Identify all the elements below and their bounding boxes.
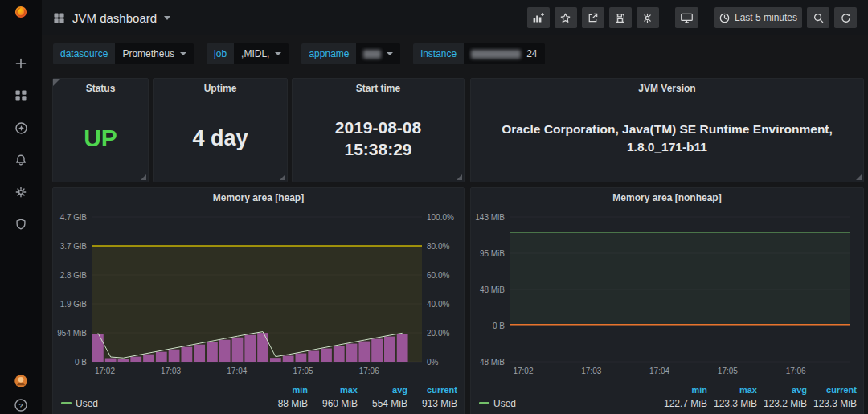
svg-text:17:04: 17:04 bbox=[649, 367, 669, 375]
user-avatar[interactable] bbox=[14, 374, 28, 388]
uptime-panel[interactable]: Uptime 4 day bbox=[153, 78, 288, 182]
time-range-picker[interactable]: Last 5 minutes bbox=[714, 7, 802, 28]
legend-header-max[interactable]: max bbox=[707, 385, 757, 395]
nonheap-legend: min max avg current Used 122.7 MiB 123.3… bbox=[471, 381, 863, 410]
legend-header-current[interactable]: current bbox=[807, 385, 857, 395]
create-plus-icon[interactable] bbox=[14, 56, 28, 71]
heap-chart[interactable]: 4.7 GiB100.0%3.7 GiB80.0%2.8 GiB60.0%1.9… bbox=[53, 207, 459, 378]
series-color-swatch bbox=[61, 402, 72, 404]
legend-series-used[interactable]: Used bbox=[479, 398, 657, 409]
refresh-button[interactable] bbox=[834, 7, 857, 28]
datasource-value-dropdown[interactable]: Prometheus bbox=[115, 43, 194, 64]
redacted-value bbox=[471, 50, 521, 59]
instance-value-dropdown[interactable]: 24 bbox=[464, 43, 544, 64]
panel-title[interactable]: JVM Version bbox=[471, 79, 863, 98]
legend-value: 913 MiB bbox=[407, 398, 457, 409]
panel-title[interactable]: Uptime bbox=[154, 79, 287, 98]
legend-series-used[interactable]: Used bbox=[61, 398, 258, 409]
legend-header-current[interactable]: current bbox=[407, 385, 457, 395]
dashboard-title-menu[interactable]: JVM dashboard bbox=[53, 11, 170, 25]
appname-label: appname bbox=[301, 43, 356, 64]
panel-resize-handle[interactable] bbox=[280, 174, 285, 180]
grafana-logo-icon[interactable] bbox=[14, 5, 28, 19]
legend-header-avg[interactable]: avg bbox=[757, 385, 807, 395]
server-admin-shield-icon[interactable] bbox=[14, 217, 28, 232]
cycle-view-mode-button[interactable] bbox=[675, 7, 698, 28]
svg-text:17:02: 17:02 bbox=[513, 367, 533, 375]
svg-text:60.0%: 60.0% bbox=[427, 271, 449, 280]
svg-text:2.8 GiB: 2.8 GiB bbox=[60, 271, 88, 280]
datasource-label: datasource bbox=[53, 43, 115, 64]
explore-compass-icon[interactable] bbox=[14, 121, 28, 135]
svg-text:48 MiB: 48 MiB bbox=[480, 285, 505, 294]
alerting-bell-icon[interactable] bbox=[14, 153, 28, 167]
time-range-label: Last 5 minutes bbox=[735, 12, 797, 23]
help-question-icon[interactable]: ? bbox=[14, 398, 28, 412]
legend-value: 123.2 MiB bbox=[757, 398, 807, 409]
save-dashboard-button[interactable] bbox=[609, 7, 632, 28]
uptime-value: 4 day bbox=[192, 126, 248, 151]
svg-text:4.7 GiB: 4.7 GiB bbox=[60, 213, 88, 222]
share-dashboard-button[interactable] bbox=[582, 7, 604, 28]
svg-text:17:02: 17:02 bbox=[95, 367, 115, 375]
share-icon bbox=[587, 12, 599, 24]
monitor-icon bbox=[680, 12, 694, 24]
dashboards-grid-icon[interactable] bbox=[14, 88, 28, 103]
legend-header-min[interactable]: min bbox=[258, 385, 308, 395]
svg-text:100.0%: 100.0% bbox=[427, 213, 454, 222]
svg-text:0 B: 0 B bbox=[493, 322, 505, 330]
job-value-dropdown[interactable]: ,MIDL, bbox=[234, 43, 289, 64]
panel-resize-handle[interactable] bbox=[856, 174, 862, 180]
svg-text:143 MiB: 143 MiB bbox=[475, 213, 505, 222]
svg-text:1.9 GiB: 1.9 GiB bbox=[60, 300, 88, 309]
svg-text:3.7 GiB: 3.7 GiB bbox=[60, 242, 88, 251]
svg-text:17:05: 17:05 bbox=[718, 367, 738, 375]
legend-header-min[interactable]: min bbox=[657, 385, 707, 395]
page-title: JVM dashboard bbox=[72, 11, 157, 25]
legend-value: 123.3 MiB bbox=[807, 398, 857, 409]
star-icon bbox=[559, 12, 571, 24]
panel-resize-handle[interactable] bbox=[457, 174, 462, 180]
memory-nonheap-panel[interactable]: Memory area [nonheap] 143 MiB95 MiB48 Mi… bbox=[470, 187, 864, 414]
memory-heap-panel[interactable]: Memory area [heap] 4.7 GiB100.0%3.7 GiB8… bbox=[52, 187, 465, 414]
add-panel-button[interactable] bbox=[527, 7, 550, 28]
dashboard-settings-button[interactable] bbox=[637, 7, 659, 28]
datasource-variable: datasource Prometheus bbox=[53, 43, 194, 64]
jvm-version-panel[interactable]: JVM Version Oracle Corporation, Java(TM)… bbox=[470, 78, 864, 182]
start-time-panel[interactable]: Start time 2019-08-08 15:38:29 bbox=[292, 78, 465, 182]
grafana-app: ? JVM dashboard bbox=[0, 0, 868, 414]
job-variable: job ,MIDL, bbox=[207, 43, 289, 64]
star-dashboard-button[interactable] bbox=[555, 7, 577, 28]
panel-corner-info-icon[interactable] bbox=[53, 79, 60, 86]
legend-header-max[interactable]: max bbox=[308, 385, 358, 395]
jvm-version-value: Oracle Corporation, Java(TM) SE Runtime … bbox=[478, 121, 856, 157]
svg-text:20.0%: 20.0% bbox=[427, 329, 449, 338]
svg-text:0 B: 0 B bbox=[75, 358, 87, 367]
panel-resize-handle[interactable] bbox=[141, 174, 146, 180]
status-panel[interactable]: Status UP bbox=[52, 78, 149, 182]
legend-value: 554 MiB bbox=[358, 398, 407, 409]
gear-icon bbox=[641, 12, 653, 24]
legend-value: 123.3 MiB bbox=[707, 398, 757, 409]
legend-header-avg[interactable]: avg bbox=[358, 385, 407, 395]
panel-title[interactable]: Start time bbox=[293, 79, 464, 98]
svg-text:17:03: 17:03 bbox=[161, 367, 181, 375]
svg-text:40.0%: 40.0% bbox=[427, 300, 449, 309]
chevron-down-icon bbox=[275, 52, 281, 55]
appname-value-dropdown[interactable] bbox=[356, 43, 400, 64]
svg-text:17:06: 17:06 bbox=[359, 367, 379, 375]
svg-text:17:05: 17:05 bbox=[293, 367, 313, 375]
configuration-gear-icon[interactable] bbox=[14, 185, 28, 199]
heap-legend: min max avg current Used 88 MiB 960 MiB … bbox=[53, 381, 464, 410]
start-time-value: 2019-08-08 15:38:29 bbox=[326, 117, 431, 161]
chevron-down-icon bbox=[164, 16, 170, 20]
panel-title[interactable]: Status bbox=[53, 79, 148, 98]
zoom-out-time-button[interactable] bbox=[807, 7, 829, 28]
refresh-icon bbox=[840, 12, 852, 24]
status-value: UP bbox=[84, 125, 117, 152]
redacted-value bbox=[363, 50, 381, 59]
panel-title[interactable]: Memory area [nonheap] bbox=[471, 188, 863, 207]
svg-text:17:03: 17:03 bbox=[581, 367, 601, 375]
panel-title[interactable]: Memory area [heap] bbox=[53, 188, 464, 207]
nonheap-chart[interactable]: 143 MiB95 MiB48 MiB0 B-48 MiB17:0217:031… bbox=[471, 207, 858, 378]
